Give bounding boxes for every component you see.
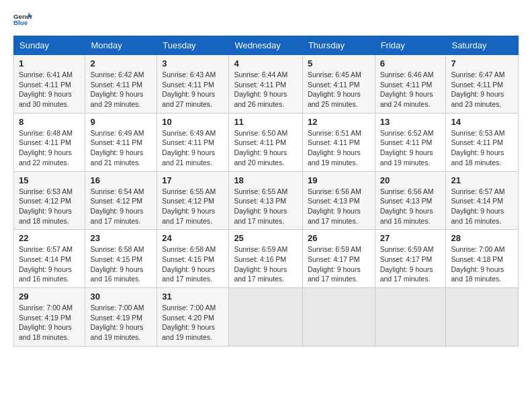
sunset-label: Sunset: 4:11 PM xyxy=(90,138,142,146)
day-number: 25 xyxy=(234,233,298,243)
day-number: 3 xyxy=(162,58,224,68)
day-info: Sunrise: 6:51 AM Sunset: 4:11 PM Dayligh… xyxy=(308,128,370,168)
sunset-label: Sunset: 4:11 PM xyxy=(308,138,360,146)
daylight-label: Daylight: 9 hours and 20 minutes. xyxy=(234,148,287,167)
calendar-cell: 25 Sunrise: 6:59 AM Sunset: 4:16 PM Dayl… xyxy=(229,230,303,288)
sunrise-label: Sunrise: 7:00 AM xyxy=(451,245,504,253)
daylight-label: Daylight: 9 hours and 17 minutes. xyxy=(308,207,361,225)
calendar-cell: 18 Sunrise: 6:55 AM Sunset: 4:13 PM Dayl… xyxy=(229,171,303,230)
weekday-header-wednesday: Wednesday xyxy=(229,36,303,55)
daylight-label: Daylight: 9 hours and 27 minutes. xyxy=(162,90,215,108)
daylight-label: Daylight: 9 hours and 19 minutes. xyxy=(308,148,361,167)
sunrise-label: Sunrise: 6:52 AM xyxy=(380,129,434,137)
day-number: 2 xyxy=(90,58,152,68)
day-info: Sunrise: 7:00 AM Sunset: 4:18 PM Dayligh… xyxy=(451,244,513,284)
day-number: 22 xyxy=(19,233,80,243)
day-number: 24 xyxy=(162,233,224,243)
day-info: Sunrise: 6:55 AM Sunset: 4:12 PM Dayligh… xyxy=(162,187,224,226)
sunrise-label: Sunrise: 7:00 AM xyxy=(90,304,144,312)
daylight-label: Daylight: 9 hours and 19 minutes. xyxy=(380,148,433,167)
calendar-cell: 23 Sunrise: 6:58 AM Sunset: 4:15 PM Dayl… xyxy=(85,230,157,288)
day-info: Sunrise: 6:54 AM Sunset: 4:12 PM Dayligh… xyxy=(90,187,152,226)
sunrise-label: Sunrise: 6:58 AM xyxy=(162,245,216,253)
daylight-label: Daylight: 9 hours and 18 minutes. xyxy=(19,323,72,341)
header: General Blue xyxy=(13,10,519,29)
day-info: Sunrise: 6:48 AM Sunset: 4:11 PM Dayligh… xyxy=(19,128,80,168)
calendar-cell: 4 Sunrise: 6:44 AM Sunset: 4:11 PM Dayli… xyxy=(229,55,303,113)
sunrise-label: Sunrise: 6:45 AM xyxy=(308,71,361,79)
calendar-cell xyxy=(229,288,303,347)
generalblue-logo-icon: General Blue xyxy=(13,10,32,29)
daylight-label: Daylight: 9 hours and 19 minutes. xyxy=(90,323,143,341)
calendar-cell: 12 Sunrise: 6:51 AM Sunset: 4:11 PM Dayl… xyxy=(302,113,375,171)
day-number: 9 xyxy=(90,117,152,127)
sunset-label: Sunset: 4:19 PM xyxy=(19,314,71,322)
calendar-cell: 2 Sunrise: 6:42 AM Sunset: 4:11 PM Dayli… xyxy=(85,55,157,113)
day-number: 27 xyxy=(380,233,441,243)
sunrise-label: Sunrise: 6:53 AM xyxy=(19,187,73,195)
daylight-label: Daylight: 9 hours and 17 minutes. xyxy=(380,265,433,283)
sunrise-label: Sunrise: 6:56 AM xyxy=(380,187,434,195)
calendar-cell: 5 Sunrise: 6:45 AM Sunset: 4:11 PM Dayli… xyxy=(302,55,375,113)
weekday-header-monday: Monday xyxy=(85,36,157,55)
day-info: Sunrise: 6:42 AM Sunset: 4:11 PM Dayligh… xyxy=(90,70,152,109)
calendar-cell: 13 Sunrise: 6:52 AM Sunset: 4:11 PM Dayl… xyxy=(375,113,446,171)
sunrise-label: Sunrise: 6:57 AM xyxy=(19,245,73,253)
calendar-cell: 27 Sunrise: 6:59 AM Sunset: 4:17 PM Dayl… xyxy=(375,230,446,288)
sunset-label: Sunset: 4:11 PM xyxy=(451,81,503,89)
calendar-cell: 3 Sunrise: 6:43 AM Sunset: 4:11 PM Dayli… xyxy=(157,55,229,113)
calendar-cell: 6 Sunrise: 6:46 AM Sunset: 4:11 PM Dayli… xyxy=(375,55,446,113)
day-info: Sunrise: 6:47 AM Sunset: 4:11 PM Dayligh… xyxy=(451,70,513,109)
weekday-header-row: SundayMondayTuesdayWednesdayThursdayFrid… xyxy=(14,36,519,55)
day-info: Sunrise: 6:52 AM Sunset: 4:11 PM Dayligh… xyxy=(380,128,441,168)
day-number: 16 xyxy=(90,175,152,185)
calendar-table: SundayMondayTuesdayWednesdayThursdayFrid… xyxy=(13,36,519,347)
day-info: Sunrise: 6:56 AM Sunset: 4:13 PM Dayligh… xyxy=(380,187,441,226)
sunset-label: Sunset: 4:11 PM xyxy=(234,81,286,89)
sunset-label: Sunset: 4:11 PM xyxy=(234,138,286,146)
day-info: Sunrise: 6:53 AM Sunset: 4:12 PM Dayligh… xyxy=(19,187,80,226)
sunset-label: Sunset: 4:11 PM xyxy=(19,81,71,89)
sunrise-label: Sunrise: 6:54 AM xyxy=(90,187,144,195)
calendar-cell: 29 Sunrise: 7:00 AM Sunset: 4:19 PM Dayl… xyxy=(14,288,85,347)
sunset-label: Sunset: 4:20 PM xyxy=(162,314,214,322)
daylight-label: Daylight: 9 hours and 21 minutes. xyxy=(90,148,143,167)
day-info: Sunrise: 7:00 AM Sunset: 4:19 PM Dayligh… xyxy=(90,303,152,342)
sunset-label: Sunset: 4:12 PM xyxy=(19,197,71,205)
day-number: 30 xyxy=(90,291,152,302)
day-info: Sunrise: 6:46 AM Sunset: 4:11 PM Dayligh… xyxy=(380,70,441,109)
daylight-label: Daylight: 9 hours and 19 minutes. xyxy=(162,323,215,341)
calendar-cell: 11 Sunrise: 6:50 AM Sunset: 4:11 PM Dayl… xyxy=(229,113,303,171)
day-number: 13 xyxy=(380,117,441,127)
day-info: Sunrise: 6:50 AM Sunset: 4:11 PM Dayligh… xyxy=(234,128,298,168)
calendar-cell xyxy=(375,288,446,347)
sunset-label: Sunset: 4:11 PM xyxy=(90,81,142,89)
calendar-week-3: 15 Sunrise: 6:53 AM Sunset: 4:12 PM Dayl… xyxy=(14,171,519,230)
day-number: 4 xyxy=(234,58,298,68)
daylight-label: Daylight: 9 hours and 26 minutes. xyxy=(234,90,287,108)
sunrise-label: Sunrise: 6:55 AM xyxy=(234,187,287,195)
sunset-label: Sunset: 4:11 PM xyxy=(380,81,433,89)
calendar-cell: 31 Sunrise: 7:00 AM Sunset: 4:20 PM Dayl… xyxy=(157,288,229,347)
day-info: Sunrise: 7:00 AM Sunset: 4:19 PM Dayligh… xyxy=(19,303,80,342)
daylight-label: Daylight: 9 hours and 18 minutes. xyxy=(451,148,504,167)
sunrise-label: Sunrise: 6:55 AM xyxy=(162,187,216,195)
day-number: 17 xyxy=(162,175,224,185)
day-info: Sunrise: 6:57 AM Sunset: 4:14 PM Dayligh… xyxy=(451,187,513,226)
sunset-label: Sunset: 4:12 PM xyxy=(162,197,214,205)
sunrise-label: Sunrise: 6:43 AM xyxy=(162,71,216,79)
calendar-cell: 9 Sunrise: 6:49 AM Sunset: 4:11 PM Dayli… xyxy=(85,113,157,171)
sunset-label: Sunset: 4:13 PM xyxy=(234,197,286,205)
day-number: 5 xyxy=(308,58,370,68)
calendar-cell: 26 Sunrise: 6:59 AM Sunset: 4:17 PM Dayl… xyxy=(302,230,375,288)
sunrise-label: Sunrise: 6:46 AM xyxy=(380,71,434,79)
calendar-cell: 14 Sunrise: 6:53 AM Sunset: 4:11 PM Dayl… xyxy=(446,113,519,171)
day-info: Sunrise: 6:45 AM Sunset: 4:11 PM Dayligh… xyxy=(308,70,370,109)
day-number: 26 xyxy=(308,233,370,243)
sunset-label: Sunset: 4:15 PM xyxy=(162,255,214,263)
calendar-cell: 8 Sunrise: 6:48 AM Sunset: 4:11 PM Dayli… xyxy=(14,113,85,171)
sunset-label: Sunset: 4:11 PM xyxy=(162,138,214,146)
day-number: 10 xyxy=(162,117,224,127)
weekday-header-saturday: Saturday xyxy=(446,36,519,55)
daylight-label: Daylight: 9 hours and 29 minutes. xyxy=(90,90,143,108)
